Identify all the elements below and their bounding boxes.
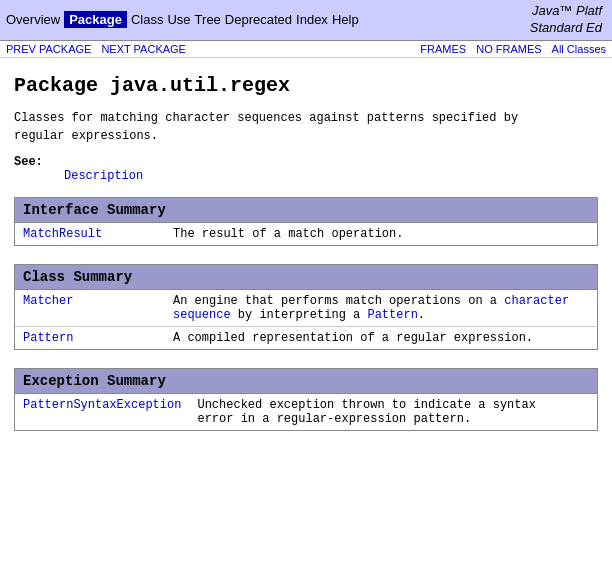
matchresult-link[interactable]: MatchResult (23, 227, 102, 241)
table-row: Matcher An engine that performs match op… (15, 290, 597, 327)
frames-link[interactable]: FRAMES (420, 43, 466, 55)
nav-tree[interactable]: Tree (195, 12, 221, 27)
matchresult-description: The result of a match operation. (165, 223, 597, 245)
matcher-description: An engine that performs match operations… (165, 290, 597, 327)
nav-deprecated[interactable]: Deprecated (225, 12, 292, 27)
description-link[interactable]: Description (64, 169, 598, 183)
package-description: Classes for matching character sequences… (14, 109, 598, 145)
patternsyntaxexception-link[interactable]: PatternSyntaxException (23, 398, 181, 412)
prev-package-link[interactable]: PREV PACKAGE (6, 43, 91, 55)
see-label: See: (14, 155, 43, 169)
exception-summary-header: Exception Summary (15, 369, 597, 394)
exception-summary-table: PatternSyntaxException Unchecked excepti… (15, 394, 597, 430)
table-row: Pattern A compiled representation of a r… (15, 326, 597, 349)
nav-package-active[interactable]: Package (64, 11, 127, 28)
class-summary-header: Class Summary (15, 265, 597, 290)
nav-bar: Overview Package Class Use Tree Deprecat… (0, 0, 612, 41)
table-row: PatternSyntaxException Unchecked excepti… (15, 394, 597, 430)
patternsyntaxexception-description: Unchecked exception thrown to indicate a… (189, 394, 597, 430)
matcher-link[interactable]: Matcher (23, 294, 73, 308)
java-logo: Java™ Platf Standard Ed (530, 3, 606, 37)
interface-summary-table: MatchResult The result of a match operat… (15, 223, 597, 245)
sub-nav-bar: PREV PACKAGE NEXT PACKAGE FRAMES NO FRAM… (0, 41, 612, 58)
no-frames-link[interactable]: NO FRAMES (476, 43, 541, 55)
interface-summary-header: Interface Summary (15, 198, 597, 223)
exception-summary-section: Exception Summary PatternSyntaxException… (14, 368, 598, 431)
class-summary-section: Class Summary Matcher An engine that per… (14, 264, 598, 350)
see-section: See: Description (14, 155, 598, 183)
nav-class[interactable]: Class (131, 12, 164, 27)
class-summary-table: Matcher An engine that performs match op… (15, 290, 597, 349)
nav-use[interactable]: Use (167, 12, 190, 27)
table-row: MatchResult The result of a match operat… (15, 223, 597, 245)
pattern-link[interactable]: Pattern (23, 331, 73, 345)
all-classes-link[interactable]: All Classes (552, 43, 606, 55)
nav-overview[interactable]: Overview (6, 12, 60, 27)
main-content: Package java.util.regex Classes for matc… (0, 58, 612, 459)
interface-summary-section: Interface Summary MatchResult The result… (14, 197, 598, 246)
nav-index[interactable]: Index (296, 12, 328, 27)
page-title: Package java.util.regex (14, 74, 598, 97)
pattern-link-inline[interactable]: Pattern (367, 308, 417, 322)
nav-help[interactable]: Help (332, 12, 359, 27)
next-package-link[interactable]: NEXT PACKAGE (101, 43, 186, 55)
pattern-description: A compiled representation of a regular e… (165, 326, 597, 349)
